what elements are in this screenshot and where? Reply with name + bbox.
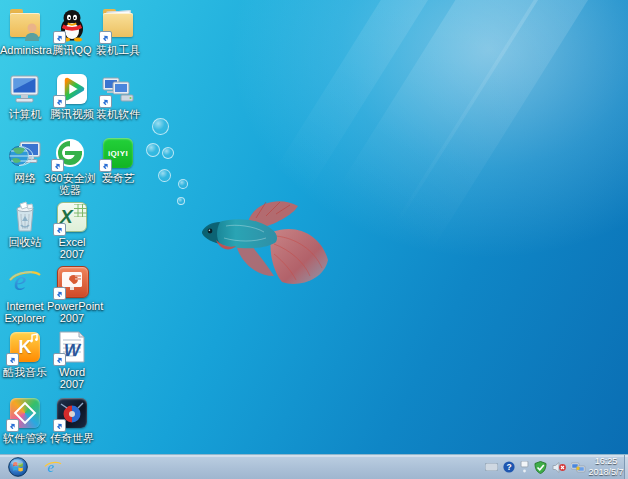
desktop-icon-iqiyi[interactable]: iQIYI 爱奇艺 bbox=[93, 136, 143, 184]
desktop-icon-360-browser[interactable]: 360安全浏览器 bbox=[45, 136, 95, 196]
recycle-bin-icon bbox=[8, 200, 42, 234]
windows-start-orb-icon bbox=[8, 457, 28, 477]
betta-fish-image bbox=[196, 188, 334, 288]
help-tray-icon[interactable]: ? bbox=[503, 461, 515, 473]
desktop-icon-tencent-video[interactable]: 腾讯视频 bbox=[47, 72, 97, 120]
shortcut-arrow-icon bbox=[53, 95, 66, 108]
icon-label: Administra... bbox=[0, 44, 50, 56]
powerpoint-icon bbox=[55, 264, 89, 298]
taskbar-clock[interactable]: 16:25 2018/5/7 bbox=[586, 456, 626, 478]
desktop-icon-kuwo-music[interactable]: K 酷我音乐 bbox=[0, 330, 50, 378]
software-manager-icon bbox=[8, 396, 42, 430]
desktop-icon-powerpoint-2007[interactable]: PowerPoint 2007 bbox=[47, 264, 97, 324]
icon-label: 软件管家 bbox=[0, 432, 50, 444]
desktop-icon-excel-2007[interactable]: X Excel 2007 bbox=[47, 200, 97, 260]
desktop-icon-administrator[interactable]: Administra... bbox=[0, 8, 50, 56]
icon-label: 回收站 bbox=[0, 236, 50, 248]
desktop-icon-internet-explorer[interactable]: e Internet Explorer bbox=[0, 264, 50, 324]
system-tray[interactable]: ? bbox=[485, 455, 586, 479]
taskbar[interactable]: e ? bbox=[0, 454, 628, 479]
clock-date: 2018/5/7 bbox=[586, 467, 626, 478]
clock-time: 16:25 bbox=[586, 456, 626, 467]
icon-label: 腾讯视频 bbox=[47, 108, 97, 120]
icon-label: 装机工具 bbox=[93, 44, 143, 56]
svg-text:?: ? bbox=[506, 462, 511, 472]
play-button-icon bbox=[55, 72, 89, 106]
svg-text:e: e bbox=[47, 459, 54, 475]
shortcut-arrow-icon bbox=[99, 31, 112, 44]
user-folder-icon bbox=[8, 8, 42, 42]
bubble bbox=[152, 118, 169, 135]
icon-label: 360安全浏览器 bbox=[43, 172, 97, 196]
bubble bbox=[178, 179, 188, 189]
icon-label: 装机软件 bbox=[93, 108, 143, 120]
shortcut-arrow-icon bbox=[99, 159, 112, 172]
network-tray-icon[interactable] bbox=[571, 461, 586, 474]
bubble bbox=[146, 143, 160, 157]
computers-network-icon bbox=[101, 72, 135, 106]
desktop-icon-install-software[interactable]: 装机软件 bbox=[93, 72, 143, 120]
bubble bbox=[162, 147, 174, 159]
legend-of-world-icon bbox=[55, 396, 89, 430]
ie-icon: e bbox=[44, 458, 62, 476]
icon-label: 酷我音乐 bbox=[0, 366, 50, 378]
qq-penguin-icon bbox=[55, 8, 89, 42]
start-button[interactable] bbox=[4, 455, 32, 479]
shortcut-arrow-icon bbox=[51, 159, 64, 172]
shortcut-arrow-icon bbox=[53, 287, 66, 300]
icon-label: Excel 2007 bbox=[47, 236, 97, 260]
shortcut-arrow-icon bbox=[53, 419, 66, 432]
desktop-icon-software-manager[interactable]: 软件管家 bbox=[0, 396, 50, 444]
icon-label: 计算机 bbox=[0, 108, 50, 120]
shortcut-arrow-icon bbox=[53, 31, 66, 44]
taskbar-ie-button[interactable]: e bbox=[40, 455, 66, 479]
icon-label: PowerPoint 2007 bbox=[47, 300, 97, 324]
input-indicator-icon[interactable] bbox=[520, 461, 529, 473]
bubble bbox=[177, 197, 185, 205]
windows7-desktop: Administra... 腾讯QQ bbox=[0, 0, 628, 479]
globe-monitor-icon bbox=[8, 136, 42, 170]
bubble bbox=[158, 169, 171, 182]
kuwo-music-icon: K bbox=[8, 330, 42, 364]
shortcut-arrow-icon bbox=[53, 353, 66, 366]
desktop-icon-computer[interactable]: 计算机 bbox=[0, 72, 50, 120]
icon-label: Word 2007 bbox=[47, 366, 97, 390]
desktop-icon-word-2007[interactable]: W Word 2007 bbox=[47, 330, 97, 390]
svg-text:e: e bbox=[14, 265, 26, 296]
desktop-icon-tencent-qq[interactable]: 腾讯QQ bbox=[47, 8, 97, 56]
excel-icon: X bbox=[55, 200, 89, 234]
monitor-icon bbox=[8, 72, 42, 106]
hidden-icons-button[interactable] bbox=[485, 463, 498, 471]
shortcut-arrow-icon bbox=[6, 419, 19, 432]
volume-muted-tray-icon[interactable] bbox=[552, 461, 566, 474]
desktop-icon-legend-of-world[interactable]: 传奇世界 bbox=[47, 396, 97, 444]
folder-icon bbox=[101, 8, 135, 42]
word-icon: W bbox=[55, 330, 89, 364]
icon-label: 腾讯QQ bbox=[47, 44, 97, 56]
360-browser-icon bbox=[53, 136, 87, 170]
desktop-icon-install-tools[interactable]: 装机工具 bbox=[93, 8, 143, 56]
shortcut-arrow-icon bbox=[53, 223, 66, 236]
desktop-icon-recycle-bin[interactable]: 回收站 bbox=[0, 200, 50, 248]
icon-label: Internet Explorer bbox=[0, 300, 50, 324]
shortcut-arrow-icon bbox=[99, 95, 112, 108]
show-desktop-button[interactable] bbox=[624, 455, 628, 479]
iqiyi-icon: iQIYI bbox=[101, 136, 135, 170]
security-shield-tray-icon[interactable] bbox=[534, 461, 547, 474]
icon-label: 传奇世界 bbox=[47, 432, 97, 444]
ie-icon: e bbox=[8, 264, 42, 298]
icon-label: 爱奇艺 bbox=[93, 172, 143, 184]
shortcut-arrow-icon bbox=[6, 353, 19, 366]
